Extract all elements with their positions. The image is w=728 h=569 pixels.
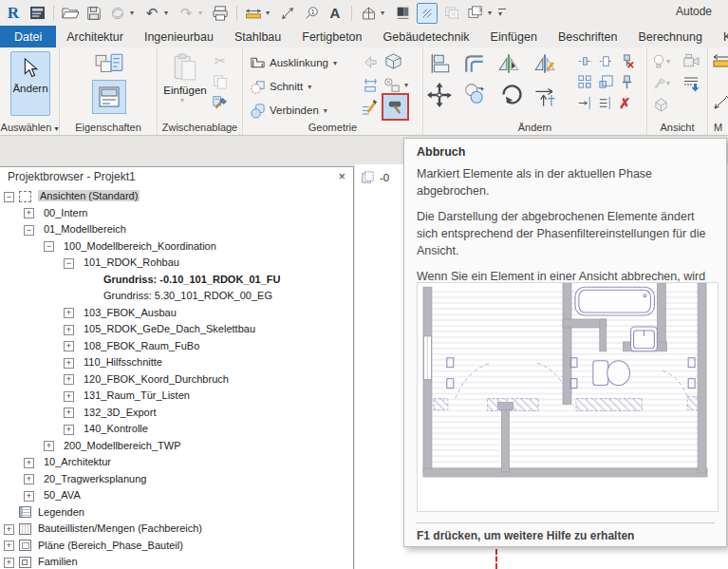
witness-line-icon[interactable] bbox=[363, 77, 379, 93]
expand-icon[interactable]: + bbox=[64, 325, 74, 335]
tree-item-label[interactable]: 132_3D_Export bbox=[84, 407, 156, 418]
tab-ingenieurbau[interactable]: Ingenieurbau bbox=[134, 26, 224, 47]
expand-icon[interactable]: + bbox=[24, 458, 34, 468]
join-geometry-button[interactable]: Verbinden▾ bbox=[249, 102, 331, 119]
tree-item-label[interactable]: 105_RDOK_GeDe_Dach_Skelettbau bbox=[84, 323, 255, 334]
expand-icon[interactable]: + bbox=[24, 474, 34, 484]
tree-row[interactable]: +120_FBOK_Koord_Durchbruch bbox=[0, 371, 353, 389]
array-icon[interactable] bbox=[577, 74, 593, 90]
view-tab[interactable]: -0 bbox=[361, 170, 389, 184]
tree-item-label[interactable]: 10_Architektur bbox=[44, 456, 111, 467]
collapse-icon[interactable]: − bbox=[64, 258, 74, 269]
modify-button[interactable]: Ändern bbox=[10, 51, 50, 116]
customize-qat-icon[interactable]: ▾ bbox=[498, 9, 506, 18]
trim-single-icon[interactable] bbox=[577, 95, 593, 111]
tree-row[interactable]: +103_FBOK_Ausbau bbox=[0, 305, 353, 322]
expand-icon[interactable]: + bbox=[4, 541, 14, 551]
tree-row[interactable]: +50_AVA bbox=[0, 487, 353, 504]
offset-icon[interactable] bbox=[463, 52, 486, 75]
tree-item-label[interactable]: Bauteillisten/Mengen (Fachbereich) bbox=[38, 522, 202, 534]
paste-similar-icon[interactable] bbox=[363, 54, 379, 70]
expand-icon[interactable]: + bbox=[64, 308, 74, 318]
tree-item-label[interactable]: 110_Hilfsschnitte bbox=[84, 356, 162, 368]
tab-datei[interactable]: Datei bbox=[0, 26, 56, 47]
redo-icon[interactable]: ↷ bbox=[177, 4, 196, 23]
unpin-icon[interactable] bbox=[619, 53, 635, 69]
open-icon[interactable] bbox=[61, 4, 80, 23]
redo-dropdown-caret[interactable]: ▾ bbox=[198, 9, 206, 17]
trim-extend-corner-icon[interactable] bbox=[533, 83, 558, 107]
expand-icon[interactable]: + bbox=[64, 408, 74, 418]
tree-item-label[interactable]: 140_Kontrolle bbox=[84, 423, 148, 434]
expand-icon[interactable]: + bbox=[64, 391, 74, 402]
tab-beschriften[interactable]: Beschriften bbox=[548, 26, 628, 47]
3d-view-dropdown-caret[interactable]: ▾ bbox=[381, 9, 388, 17]
tree-item-label[interactable]: Pläne (Bereich_Phase_Bauteil) bbox=[38, 540, 183, 551]
tree-item-label[interactable]: 20_Tragwerksplanung bbox=[44, 473, 146, 484]
tree-row[interactable]: +Bauteillisten/Mengen (Fachbereich) bbox=[0, 521, 353, 538]
tree-item-label[interactable]: 200_Modellbereich_TWP bbox=[64, 440, 181, 451]
tab-architektur[interactable]: Architektur bbox=[56, 26, 134, 47]
section-icon[interactable] bbox=[393, 4, 412, 23]
tree-row[interactable]: −100_Modellbereich_Koordination bbox=[0, 238, 353, 256]
tree-row[interactable]: −01_Modellbereich bbox=[0, 221, 353, 238]
tree-item-label[interactable]: 100_Modellbereich_Koordination bbox=[64, 240, 216, 252]
sync-dropdown-caret[interactable]: ▾ bbox=[130, 9, 138, 17]
switch-windows-icon[interactable] bbox=[466, 4, 485, 23]
move-icon[interactable] bbox=[427, 83, 452, 107]
save-icon[interactable] bbox=[84, 4, 103, 23]
mirror-draw-axis-icon[interactable] bbox=[533, 52, 556, 75]
tree-row[interactable]: Legenden bbox=[0, 504, 353, 522]
tab-fertigbeton[interactable]: Fertigbeton bbox=[291, 26, 372, 47]
print-icon[interactable] bbox=[211, 4, 230, 23]
default-3d-view-icon[interactable] bbox=[359, 4, 378, 23]
selection-box-icon[interactable] bbox=[652, 97, 670, 112]
tree-item-label[interactable]: 01_Modellbereich bbox=[44, 223, 126, 235]
tree-item-label[interactable]: Legenden bbox=[38, 506, 84, 518]
tree-row[interactable]: +200_Modellbereich_TWP bbox=[0, 438, 353, 455]
tree-item-label[interactable]: Ansichten (Standard) bbox=[38, 190, 140, 201]
expand-icon[interactable]: + bbox=[64, 425, 74, 435]
close-inactive-windows-icon[interactable] bbox=[442, 4, 461, 23]
tree-row[interactable]: +20_Tragwerksplanung bbox=[0, 471, 353, 488]
switch-windows-dropdown-caret[interactable]: ▾ bbox=[488, 9, 495, 17]
tab-einfügen[interactable]: Einfügen bbox=[480, 26, 548, 47]
close-icon[interactable]: × bbox=[338, 169, 345, 183]
unjoin-icon[interactable] bbox=[383, 77, 401, 94]
override-display-icon[interactable] bbox=[682, 75, 700, 92]
tree-item-label[interactable]: 120_FBOK_Koord_Durchbruch bbox=[84, 373, 229, 385]
measure-ruler-icon[interactable] bbox=[712, 53, 728, 67]
lightbulb-dropdown-caret[interactable]: ▾ bbox=[666, 57, 674, 66]
properties-palette-icon[interactable] bbox=[92, 80, 126, 114]
tree-row[interactable]: −Ansichten (Standard) bbox=[0, 188, 353, 205]
notch-button[interactable]: Ausklinkung▾ bbox=[249, 54, 341, 71]
tree-row[interactable]: +00_Intern bbox=[0, 205, 353, 222]
tree-row[interactable]: −101_RDOK_Rohbau bbox=[0, 255, 353, 272]
tree-row[interactable]: +Familien bbox=[0, 554, 353, 569]
cut-icon[interactable]: ✂ bbox=[215, 53, 226, 68]
hide-lightbulb-icon[interactable] bbox=[652, 53, 665, 69]
tree-row[interactable]: +132_3D_Export bbox=[0, 405, 353, 422]
tree-item-label[interactable]: Grundriss: -0.10_101_RDOK_01_FU bbox=[103, 274, 280, 285]
tree-item-label[interactable]: 103_FBOK_Ausbau bbox=[84, 307, 177, 318]
demolish-hammer-icon[interactable] bbox=[382, 93, 409, 121]
tree-item-label[interactable]: Familien bbox=[38, 556, 78, 567]
project-properties-icon[interactable] bbox=[28, 4, 47, 23]
collapse-icon[interactable]: − bbox=[24, 225, 34, 236]
rotate-icon[interactable] bbox=[499, 82, 525, 107]
align-icon[interactable] bbox=[429, 52, 452, 75]
cut-geometry-button[interactable]: Schnitt▾ bbox=[249, 78, 315, 95]
override-brush-icon[interactable] bbox=[652, 76, 667, 91]
tab-berechnung[interactable]: Berechnung bbox=[627, 26, 712, 47]
expand-icon[interactable]: + bbox=[24, 491, 34, 502]
tree-row[interactable]: +140_Kontrolle bbox=[0, 421, 353, 438]
cube-icon[interactable] bbox=[384, 52, 402, 70]
delete-icon[interactable]: ✗ bbox=[619, 95, 631, 112]
tree-row[interactable]: +110_Hilfsschnitte bbox=[0, 354, 353, 371]
expand-icon[interactable]: + bbox=[4, 524, 14, 535]
trim-multiple-icon[interactable] bbox=[598, 95, 614, 111]
expand-icon[interactable]: + bbox=[64, 341, 74, 351]
tree-row[interactable]: +108_FBOK_Raum_FuBo bbox=[0, 338, 353, 355]
scale-icon[interactable] bbox=[598, 74, 614, 90]
tree-item-label[interactable]: 50_AVA bbox=[44, 489, 81, 501]
